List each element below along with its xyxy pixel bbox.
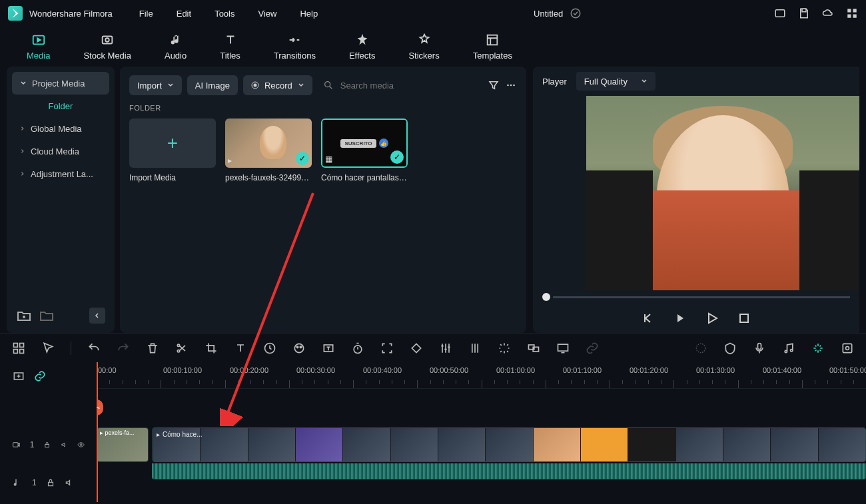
link-icon[interactable] [586, 342, 599, 355]
tab-transitions[interactable]: Transitions [260, 30, 329, 63]
timeline-clip-2[interactable]: ▸ Cómo hace... [152, 427, 866, 462]
add-track-icon[interactable] [12, 370, 25, 383]
mixer-icon[interactable] [468, 342, 482, 355]
menu-help[interactable]: Help [300, 9, 318, 19]
grid-icon[interactable] [846, 7, 858, 19]
svg-rect-39 [45, 445, 49, 447]
mic-icon[interactable] [753, 342, 766, 355]
cursor-icon[interactable] [41, 342, 55, 355]
collapse-sidebar-icon[interactable] [89, 308, 105, 324]
capture-icon[interactable] [841, 342, 854, 355]
svg-rect-6 [853, 15, 857, 18]
sidebar-adjustment-layer[interactable]: Adjustment La... [12, 162, 109, 185]
svg-rect-10 [488, 35, 498, 45]
sidebar-global-media[interactable]: Global Media [12, 117, 109, 140]
stop-button[interactable] [736, 310, 752, 326]
record-button[interactable]: Record [243, 75, 312, 95]
color-icon[interactable] [292, 342, 306, 355]
speed-icon[interactable] [263, 342, 276, 355]
lock-icon[interactable] [43, 440, 51, 449]
tab-stock-media[interactable]: Stock Media [70, 30, 145, 63]
filter-icon[interactable] [488, 79, 500, 91]
svg-rect-18 [14, 343, 18, 347]
playhead[interactable]: ✂ [97, 362, 98, 502]
folder-icon[interactable] [39, 308, 55, 324]
apps-icon[interactable] [12, 342, 25, 355]
import-button[interactable]: Import [129, 75, 182, 95]
tab-effects[interactable]: Effects [336, 30, 389, 63]
audio-icon [169, 33, 183, 47]
chevron-right-icon [20, 148, 25, 154]
more-icon[interactable] [505, 79, 517, 91]
timeline-ruler[interactable]: 00:00 00:00:10:00 00:00:20:00 00:00:30:0… [97, 362, 866, 389]
search-input-wrapper[interactable] [318, 80, 482, 91]
menu-view[interactable]: View [258, 9, 276, 19]
tab-stickers[interactable]: Stickers [395, 30, 452, 63]
redo-icon[interactable] [117, 342, 130, 355]
markers-icon[interactable] [723, 342, 737, 355]
expand-icon[interactable] [380, 342, 394, 355]
media-tile-pexels[interactable]: ▸ ✓ pexels-fauxels-324993... [225, 119, 312, 182]
import-media-tile[interactable]: + Import Media [129, 119, 216, 182]
timeline-clip-1[interactable]: ▸ pexels-fa... [97, 427, 149, 462]
effects-tool-icon[interactable] [498, 342, 511, 355]
ai-image-button[interactable]: AI Image [187, 75, 238, 95]
tab-templates[interactable]: Templates [460, 30, 526, 63]
save-icon[interactable] [798, 7, 810, 19]
sidebar-folder[interactable]: Folder [12, 95, 109, 117]
tab-audio[interactable]: Audio [151, 30, 200, 63]
new-folder-icon[interactable] [16, 308, 32, 324]
menu-tools[interactable]: Tools [215, 9, 234, 19]
video-track-header[interactable]: 1 [0, 426, 97, 464]
svg-rect-41 [48, 483, 53, 486]
video-badge-icon: ▸ [228, 156, 232, 165]
media-sidebar: Project Media Folder Global Media Cloud … [7, 67, 115, 333]
delete-icon[interactable] [146, 342, 159, 355]
split-icon[interactable] [175, 342, 189, 355]
step-back-button[interactable] [672, 310, 688, 326]
tab-media[interactable]: Media [13, 30, 63, 63]
media-tile-como[interactable]: SUSCRITO 👍 ▦ ✓ Cómo hacer pantallas ... [321, 119, 408, 182]
render-icon[interactable] [811, 342, 825, 355]
monitor-icon[interactable] [556, 342, 570, 355]
timer-icon[interactable] [351, 342, 364, 355]
sidebar-cloud-media[interactable]: Cloud Media [12, 140, 109, 162]
chevron-down-icon [167, 82, 174, 89]
preview-scrubber[interactable] [533, 290, 859, 304]
svg-point-33 [696, 344, 705, 352]
eye-icon[interactable] [77, 440, 85, 449]
menu-file[interactable]: File [139, 9, 153, 19]
mute-icon[interactable] [61, 440, 68, 449]
templates-icon [485, 33, 500, 47]
crop-icon[interactable] [205, 342, 218, 355]
quality-select[interactable]: Full Quality [576, 72, 655, 91]
tab-titles[interactable]: Titles [207, 30, 254, 63]
audio-track-header[interactable]: 1 [0, 464, 97, 502]
sidebar-project-media[interactable]: Project Media [12, 72, 109, 95]
undo-icon[interactable] [87, 342, 101, 355]
chevron-right-icon [20, 171, 25, 176]
record-icon [251, 81, 259, 89]
layout-icon[interactable] [774, 7, 786, 19]
media-icon [31, 33, 46, 47]
keyframe-icon[interactable] [410, 342, 423, 355]
music-icon[interactable] [782, 342, 795, 355]
svg-rect-5 [847, 15, 851, 18]
lock-icon[interactable] [46, 478, 55, 487]
mute-icon[interactable] [65, 478, 74, 487]
menu-edit[interactable]: Edit [177, 9, 191, 19]
link-tracks-icon[interactable] [33, 370, 47, 383]
cloud-icon[interactable] [822, 7, 834, 19]
group-icon[interactable] [527, 342, 540, 355]
chevron-down-icon [298, 82, 304, 89]
prev-frame-button[interactable] [640, 310, 656, 326]
text-box-icon[interactable] [322, 342, 335, 355]
text-icon[interactable] [234, 342, 247, 355]
search-input[interactable] [340, 81, 477, 91]
svg-rect-1 [775, 10, 785, 17]
audio-waveform[interactable] [152, 463, 866, 479]
play-button[interactable] [704, 310, 720, 326]
adjust-icon[interactable] [439, 342, 452, 355]
svg-point-25 [294, 344, 303, 352]
target-icon[interactable] [694, 342, 707, 355]
